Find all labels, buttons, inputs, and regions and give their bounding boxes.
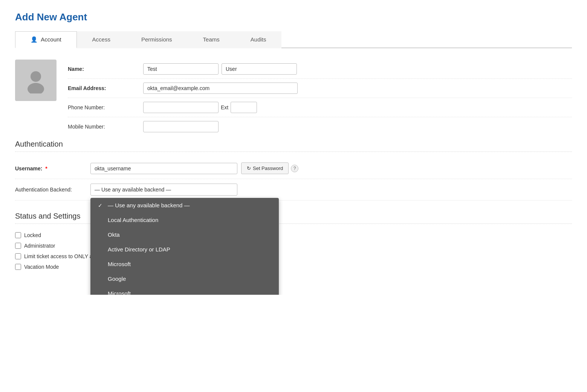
dropdown-item-ad[interactable]: Active Directory or LDAP <box>90 242 279 257</box>
username-label: Username: * <box>15 165 90 172</box>
first-name-input[interactable] <box>143 63 219 75</box>
limit-ticket-checkbox[interactable] <box>15 253 21 259</box>
help-icon[interactable]: ? <box>291 165 298 172</box>
dropdown-item-any[interactable]: ✓ — Use any available backend — <box>90 198 279 213</box>
email-row: Email Address: <box>68 79 572 98</box>
avatar <box>15 60 57 101</box>
page-title: Add New Agent <box>15 11 572 23</box>
no-check-1 <box>98 217 104 223</box>
basic-info-fields: Name: Email Address: Phone Number: Ext M… <box>68 60 572 136</box>
tab-teams[interactable]: Teams <box>188 31 235 48</box>
refresh-icon: ↻ <box>247 165 251 171</box>
dropdown-item-local[interactable]: Local Authentication <box>90 213 279 227</box>
no-check-6 <box>98 291 104 295</box>
checkmark-icon: ✓ <box>98 202 104 208</box>
required-marker: * <box>45 165 47 172</box>
authentication-title: Authentication <box>15 140 572 152</box>
vacation-mode-checkbox[interactable] <box>15 264 21 270</box>
email-label: Email Address: <box>68 85 143 91</box>
dropdown-item-microsoft2[interactable]: Microsoft <box>90 286 279 295</box>
ext-input[interactable] <box>231 102 257 113</box>
auth-backend-dropdown-menu: ✓ — Use any available backend — Local Au… <box>90 198 279 295</box>
no-check-4 <box>98 261 104 267</box>
svg-point-0 <box>31 71 41 82</box>
ext-label: Ext <box>221 104 228 110</box>
tab-permissions[interactable]: Permissions <box>126 31 188 48</box>
auth-backend-label: Authentication Backend: <box>15 187 90 193</box>
phone-row: Phone Number: Ext <box>68 98 572 117</box>
administrator-label: Administrator <box>24 243 55 249</box>
locked-label: Locked <box>24 232 41 238</box>
set-password-button[interactable]: ↻ Set Password <box>241 162 289 174</box>
email-input[interactable] <box>143 83 298 94</box>
person-icon: 👤 <box>31 36 38 43</box>
mobile-label: Mobile Number: <box>68 124 143 130</box>
no-check-5 <box>98 276 104 282</box>
tab-access[interactable]: Access <box>77 31 126 48</box>
dropdown-item-google[interactable]: Google <box>90 271 279 286</box>
phone-label: Phone Number: <box>68 104 143 110</box>
no-check-2 <box>98 232 104 238</box>
profile-section: Name: Email Address: Phone Number: Ext M… <box>15 60 572 136</box>
no-check-3 <box>98 247 104 253</box>
administrator-checkbox[interactable] <box>15 243 21 249</box>
name-label: Name: <box>68 66 143 72</box>
username-input[interactable] <box>90 163 237 174</box>
auth-backend-select[interactable]: — Use any available backend — <box>90 184 237 196</box>
locked-checkbox[interactable] <box>15 232 21 238</box>
tab-bar: 👤 Account Access Permissions Teams Audit… <box>15 31 572 48</box>
dropdown-item-microsoft1[interactable]: Microsoft <box>90 257 279 271</box>
username-row: Username: * ↻ Set Password ? <box>15 158 572 179</box>
authentication-section: Authentication Username: * ↻ Set Passwor… <box>15 140 572 201</box>
mobile-row: Mobile Number: <box>68 117 572 136</box>
mobile-input[interactable] <box>143 121 219 132</box>
phone-input[interactable] <box>143 102 219 113</box>
tab-account[interactable]: 👤 Account <box>15 31 77 48</box>
name-row: Name: <box>68 60 572 79</box>
auth-backend-row: Authentication Backend: — Use any availa… <box>15 179 572 201</box>
last-name-input[interactable] <box>222 63 297 75</box>
dropdown-item-okta[interactable]: Okta <box>90 227 279 242</box>
svg-point-1 <box>28 83 44 93</box>
tab-audits[interactable]: Audits <box>235 31 282 48</box>
name-inputs <box>143 63 297 75</box>
auth-backend-dropdown-wrapper: — Use any available backend — ✓ — Use an… <box>90 184 237 196</box>
vacation-mode-label: Vacation Mode <box>24 264 59 270</box>
